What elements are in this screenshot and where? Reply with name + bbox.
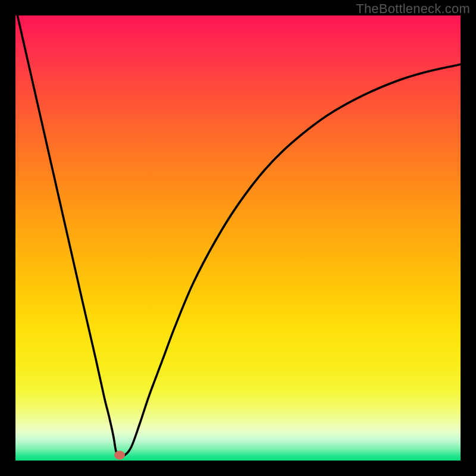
- bottleneck-curve-path: [15, 7, 461, 456]
- watermark-label: TheBottleneck.com: [356, 1, 470, 17]
- minimum-marker: [114, 451, 125, 460]
- chart-frame: TheBottleneck.com: [0, 0, 476, 476]
- curve-svg: [15, 15, 461, 461]
- plot-area: [15, 15, 461, 461]
